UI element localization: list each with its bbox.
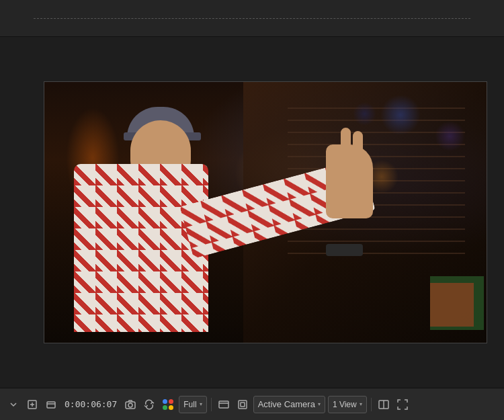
render-region-icon bbox=[46, 399, 56, 410]
view-chevron-icon: ▾ bbox=[360, 401, 362, 407]
colorful-dot-icon bbox=[163, 399, 173, 410]
wrist-watch bbox=[326, 244, 363, 256]
zoom-dropdown[interactable]: Full ▾ bbox=[179, 396, 206, 413]
main-viewport-area bbox=[0, 37, 504, 388]
toggle-v-button[interactable] bbox=[5, 395, 22, 414]
maximize-icon bbox=[218, 399, 229, 410]
view-layout-label: 1 View bbox=[333, 400, 357, 409]
bottom-toolbar: 0:00:06:07 Full ▾ bbox=[0, 388, 504, 420]
timecode-display: 0:00:06:07 bbox=[62, 399, 120, 409]
svg-rect-7 bbox=[219, 401, 228, 408]
viewport-container bbox=[44, 81, 487, 343]
camera-icon bbox=[125, 399, 136, 410]
viewport-maximize-button[interactable] bbox=[235, 395, 251, 414]
separator-2 bbox=[371, 398, 372, 411]
split-icon bbox=[378, 399, 389, 410]
dotted-divider bbox=[34, 18, 470, 19]
right-boards bbox=[420, 263, 487, 343]
bokeh-light-2 bbox=[435, 121, 465, 151]
person-hand bbox=[326, 144, 373, 218]
render-button[interactable] bbox=[216, 395, 232, 414]
board-red bbox=[430, 283, 474, 327]
top-bar bbox=[0, 0, 504, 37]
sync-button[interactable] bbox=[141, 395, 157, 414]
camera-chevron-icon: ▾ bbox=[318, 401, 321, 407]
finger-1 bbox=[353, 131, 363, 161]
person-body bbox=[74, 164, 208, 332]
separator-1 bbox=[211, 398, 212, 411]
camera-button[interactable] bbox=[122, 395, 138, 414]
chevron-down-icon bbox=[8, 399, 19, 410]
svg-rect-10 bbox=[241, 403, 245, 407]
viewport-image[interactable] bbox=[44, 81, 487, 343]
svg-point-6 bbox=[128, 403, 132, 407]
render-region-button[interactable] bbox=[43, 395, 59, 414]
viewport-icon bbox=[237, 399, 248, 410]
fullscreen-button[interactable] bbox=[394, 395, 411, 414]
sync-icon bbox=[144, 399, 155, 410]
svg-rect-3 bbox=[47, 402, 55, 408]
zoom-chevron-icon: ▾ bbox=[200, 401, 202, 407]
fullscreen-icon bbox=[397, 399, 408, 410]
fit-view-button[interactable] bbox=[24, 395, 40, 414]
finger-2 bbox=[341, 128, 351, 161]
view-layout-dropdown[interactable]: 1 View ▾ bbox=[328, 396, 367, 413]
split-view-button[interactable] bbox=[376, 395, 392, 414]
colorful-dot-button[interactable] bbox=[160, 395, 176, 414]
camera-dropdown-label: Active Camera bbox=[258, 399, 315, 409]
zoom-label: Full bbox=[183, 400, 196, 409]
person-silhouette bbox=[57, 95, 390, 344]
svg-rect-9 bbox=[239, 401, 247, 409]
fit-icon bbox=[27, 399, 38, 410]
camera-dropdown[interactable]: Active Camera ▾ bbox=[253, 396, 325, 413]
